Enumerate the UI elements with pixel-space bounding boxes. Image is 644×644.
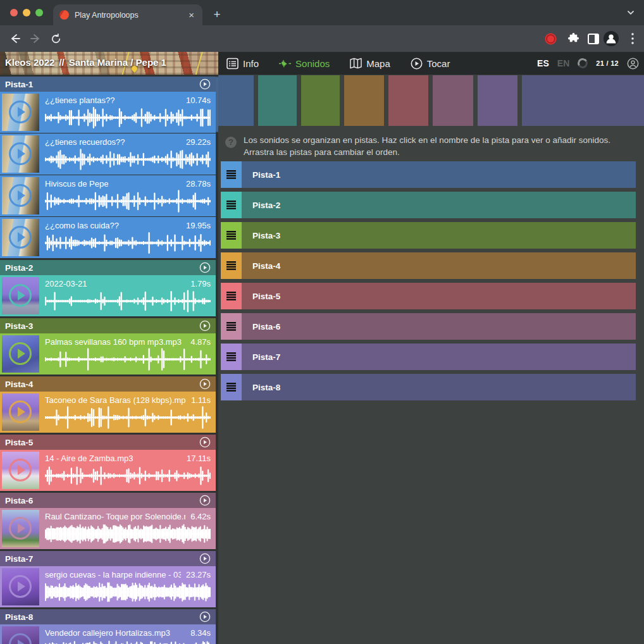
track-row-pista-6[interactable]: Pista-6 xyxy=(221,313,636,340)
sound-item[interactable]: Raul Cantizano- Toque por Solenoide.mp3 … xyxy=(0,508,216,549)
side-panel-icon[interactable] xyxy=(586,31,601,46)
language-es[interactable]: ES xyxy=(537,58,549,68)
play-sound-icon[interactable] xyxy=(9,633,32,644)
language-en[interactable]: EN xyxy=(557,58,569,68)
drag-handle-icon[interactable] xyxy=(221,374,242,400)
play-sound-icon[interactable] xyxy=(9,142,32,165)
track-row-pista-5[interactable]: Pista-5 xyxy=(221,283,636,309)
track-row-pista-2[interactable]: Pista-2 xyxy=(221,192,636,218)
track-color-swatch-pista-3[interactable] xyxy=(301,75,340,126)
track-color-swatch-pista-8[interactable] xyxy=(522,75,644,126)
sound-item[interactable]: 14 - Aire de Zamba.mp3 17.11s xyxy=(0,450,216,491)
sound-item[interactable]: ¿¿tienes plantas?? 10.74s xyxy=(0,92,216,133)
play-sound-icon[interactable] xyxy=(9,459,32,481)
window-controls[interactable] xyxy=(10,9,43,16)
track-row-pista-1[interactable]: Pista-1 xyxy=(221,161,636,188)
sound-thumbnail[interactable] xyxy=(2,135,39,173)
zoom-window-button[interactable] xyxy=(35,9,43,16)
sound-item[interactable]: Palmas sevillanas 160 bpm mp3.mp3 4.87s xyxy=(0,333,216,375)
play-sound-icon[interactable] xyxy=(9,517,32,540)
tab-search-chevron-icon[interactable] xyxy=(626,8,635,17)
sound-thumbnail[interactable] xyxy=(2,219,39,256)
new-tab-button[interactable]: + xyxy=(210,8,224,22)
play-sound-icon[interactable] xyxy=(9,400,32,423)
back-button[interactable] xyxy=(8,31,23,46)
play-sound-icon[interactable] xyxy=(9,226,32,249)
sound-item[interactable]: Vendedor callejero Hortalizas.mp3 8.34s xyxy=(0,624,216,644)
play-sound-icon[interactable] xyxy=(9,284,32,307)
track-header[interactable]: Pista-8 xyxy=(0,609,216,624)
play-track-button[interactable] xyxy=(199,553,211,564)
sound-thumbnail[interactable] xyxy=(2,452,39,489)
drag-handle-icon[interactable] xyxy=(221,344,242,370)
sound-item[interactable]: sergio cuevas - la harpe indienne - 03 -… xyxy=(0,566,216,607)
sound-thumbnail[interactable] xyxy=(2,177,39,214)
track-header[interactable]: Pista-7 xyxy=(0,551,216,566)
track-header[interactable]: Pista-4 xyxy=(0,376,216,392)
track-color-swatch-pista-4[interactable] xyxy=(344,75,384,126)
play-track-button[interactable] xyxy=(199,378,211,390)
sound-item[interactable]: Hiviscus de Pepe 28.78s xyxy=(0,175,216,216)
sound-thumbnail[interactable] xyxy=(2,94,39,131)
track-color-swatch-pista-5[interactable] xyxy=(388,75,428,126)
close-tab-icon[interactable]: × xyxy=(187,9,196,21)
minimize-window-button[interactable] xyxy=(23,9,30,16)
track-header[interactable]: Pista-5 xyxy=(0,435,216,450)
play-sound-icon[interactable] xyxy=(9,342,32,365)
extensions-puzzle-icon[interactable] xyxy=(566,31,581,46)
nav-item-info[interactable]: Info xyxy=(226,58,259,70)
project-name[interactable]: Kleos 2022 xyxy=(5,57,54,68)
track-header[interactable]: Pista-3 xyxy=(0,318,216,333)
track-header[interactable]: Pista-1 xyxy=(0,77,216,92)
play-track-button[interactable] xyxy=(199,78,211,90)
sound-title: Taconeo de Sara Baras (128 kbps).mp3 xyxy=(45,395,186,405)
close-window-button[interactable] xyxy=(10,9,18,16)
profile-avatar-icon[interactable] xyxy=(604,31,619,46)
play-sound-icon[interactable] xyxy=(9,575,32,598)
record-extension-icon[interactable] xyxy=(543,31,558,46)
drag-handle-icon[interactable] xyxy=(221,313,242,340)
drag-handle-icon[interactable] xyxy=(221,222,242,249)
play-sound-icon[interactable] xyxy=(9,184,32,207)
nav-item-tocar[interactable]: Tocar xyxy=(411,58,450,70)
track-color-swatch-pista-7[interactable] xyxy=(478,75,517,126)
sound-thumbnail[interactable] xyxy=(2,510,39,547)
reload-button[interactable] xyxy=(48,31,63,46)
track-color-swatch-pista-1[interactable] xyxy=(218,75,254,126)
question-icon[interactable]: ? xyxy=(225,137,237,148)
sound-item[interactable]: ¿¿tienes recuerdos?? 29.22s xyxy=(0,133,216,175)
sound-item[interactable]: 2022-03-21 1.79s xyxy=(0,275,216,316)
sound-item[interactable]: ¿¿como las cuida?? 19.95s xyxy=(0,217,216,258)
sound-thumbnail[interactable] xyxy=(2,393,39,431)
play-track-button[interactable] xyxy=(199,320,211,331)
track-header[interactable]: Pista-2 xyxy=(0,260,216,275)
play-track-button[interactable] xyxy=(199,611,211,622)
track-row-pista-3[interactable]: Pista-3 xyxy=(221,222,636,249)
sound-thumbnail[interactable] xyxy=(2,335,39,373)
browser-tab[interactable]: Play Antropoloops × xyxy=(53,4,202,25)
sound-item[interactable]: Taconeo de Sara Baras (128 kbps).mp3 1.1… xyxy=(0,392,216,433)
forward-button[interactable] xyxy=(28,31,43,46)
track-row-pista-4[interactable]: Pista-4 xyxy=(221,252,636,279)
play-sound-icon[interactable] xyxy=(9,101,32,123)
track-color-swatch-pista-6[interactable] xyxy=(433,75,473,126)
sound-thumbnail[interactable] xyxy=(2,626,39,644)
play-track-button[interactable] xyxy=(199,495,211,506)
nav-item-sonidos[interactable]: Sonidos xyxy=(279,58,330,70)
browser-menu-icon[interactable] xyxy=(625,31,640,46)
track-header[interactable]: Pista-6 xyxy=(0,493,216,508)
drag-handle-icon[interactable] xyxy=(221,252,242,279)
drag-handle-icon[interactable] xyxy=(221,283,242,309)
account-icon[interactable] xyxy=(627,58,639,70)
sound-thumbnail[interactable] xyxy=(2,568,39,605)
track-color-swatch-pista-2[interactable] xyxy=(258,75,297,126)
play-track-button[interactable] xyxy=(199,262,211,273)
map-thumbnail-banner[interactable]: Kleos 2022//Santa Marina / Pepe 1 xyxy=(0,52,218,75)
drag-handle-icon[interactable] xyxy=(221,161,242,188)
drag-handle-icon[interactable] xyxy=(221,192,242,218)
sound-thumbnail[interactable] xyxy=(2,277,39,314)
track-row-pista-7[interactable]: Pista-7 xyxy=(221,344,636,370)
nav-item-mapa[interactable]: Mapa xyxy=(350,58,390,70)
track-row-pista-8[interactable]: Pista-8 xyxy=(221,374,636,400)
play-track-button[interactable] xyxy=(199,437,211,448)
